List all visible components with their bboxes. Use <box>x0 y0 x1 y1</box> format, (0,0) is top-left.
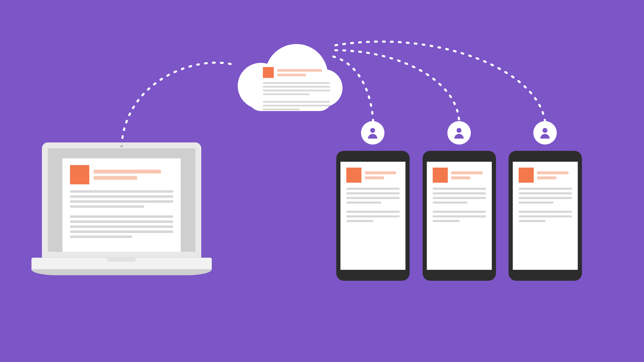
document-body-line <box>346 188 400 190</box>
camera-icon <box>120 145 123 148</box>
document-body-line <box>263 94 310 95</box>
document-body-line <box>519 216 572 218</box>
laptop-bezel <box>42 142 201 258</box>
cloud-node <box>231 44 340 117</box>
document-title-line <box>277 69 322 72</box>
document-body-line <box>433 188 486 190</box>
person-icon <box>538 126 552 140</box>
laptop-base <box>32 258 212 269</box>
document-body-line <box>70 205 144 208</box>
document-on-phone <box>427 162 492 270</box>
document-body-line <box>70 216 173 218</box>
document-body-line <box>519 201 553 203</box>
document-body-line <box>70 200 173 203</box>
document-body-line <box>519 220 545 222</box>
document-thumbnail-icon <box>346 168 362 183</box>
document-thumbnail-icon <box>263 67 274 78</box>
document-subtitle-line <box>451 176 470 179</box>
user-avatar-3 <box>533 121 557 144</box>
document-body-line <box>263 101 330 103</box>
phone-device-2 <box>423 151 496 281</box>
phone-device-3 <box>508 151 582 281</box>
document-body-line <box>433 211 486 213</box>
laptop-foot <box>32 269 212 276</box>
path-cloud-to-user2 <box>335 50 459 122</box>
laptop-display <box>48 148 196 252</box>
document-body-line <box>433 192 486 194</box>
document-subtitle-line <box>277 73 306 76</box>
document-body-line <box>346 220 373 222</box>
document-body-line <box>433 216 486 218</box>
svg-point-0 <box>370 128 375 133</box>
document-body-line <box>70 231 173 233</box>
document-body-line <box>70 226 173 228</box>
document-body-line <box>263 105 330 107</box>
document-subtitle-line <box>537 176 556 179</box>
document-subtitle-line <box>365 176 384 179</box>
document-body-line <box>346 211 400 213</box>
document-body-line <box>263 90 330 92</box>
document-body-line <box>519 192 572 194</box>
document-body-line <box>346 192 400 194</box>
person-icon <box>366 126 380 140</box>
person-icon <box>452 126 466 140</box>
document-body-line <box>70 195 173 198</box>
document-in-cloud <box>263 67 330 110</box>
document-body-line <box>433 197 486 199</box>
document-on-phone <box>513 162 578 270</box>
document-title-line <box>451 171 482 174</box>
document-body-line <box>519 197 572 199</box>
document-body-line <box>70 236 132 238</box>
svg-point-1 <box>457 128 462 133</box>
document-title-line <box>537 171 568 174</box>
document-thumbnail-icon <box>433 168 448 183</box>
document-subtitle-line <box>94 176 137 180</box>
document-body-line <box>70 190 173 193</box>
document-body-line <box>433 201 467 203</box>
document-body-line <box>263 109 300 110</box>
document-thumbnail-icon <box>70 165 90 185</box>
user-avatar-1 <box>361 121 384 144</box>
phone-device-1 <box>336 151 410 281</box>
document-body-line <box>346 197 400 199</box>
document-thumbnail-icon <box>519 168 534 183</box>
svg-point-2 <box>543 128 548 133</box>
diagram-canvas <box>0 0 644 362</box>
document-body-line <box>263 82 330 84</box>
document-title-line <box>365 171 396 174</box>
document-on-phone <box>340 162 406 270</box>
document-body-line <box>519 188 572 190</box>
path-laptop-to-cloud <box>122 63 235 146</box>
document-body-line <box>263 86 330 87</box>
laptop-device <box>32 142 212 275</box>
user-avatar-2 <box>447 121 471 144</box>
document-body-line <box>346 216 400 218</box>
document-body-line <box>346 201 381 203</box>
document-body-line <box>70 221 173 223</box>
document-on-laptop <box>63 159 181 252</box>
document-body-line <box>519 211 572 213</box>
document-title-line <box>94 170 161 174</box>
document-body-line <box>433 220 459 222</box>
path-cloud-to-user3 <box>335 42 545 121</box>
